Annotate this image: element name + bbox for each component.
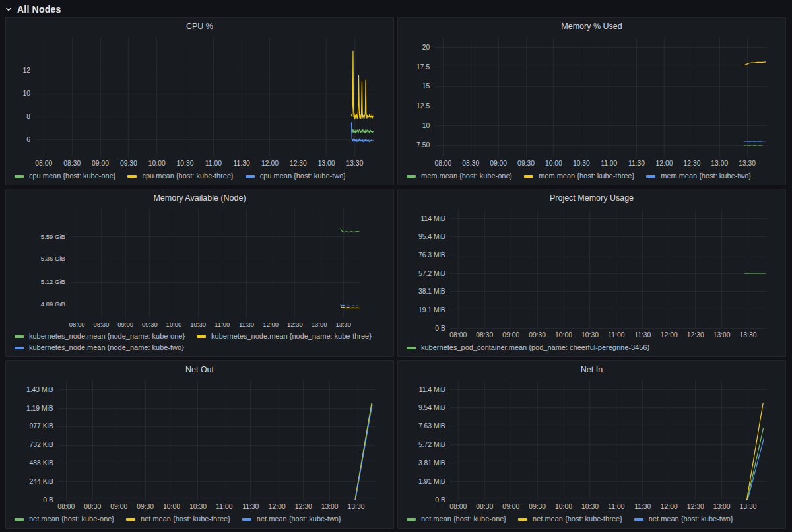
svg-text:12:00: 12:00 bbox=[656, 160, 673, 167]
svg-text:09:00: 09:00 bbox=[92, 160, 109, 167]
legend-item[interactable]: net.mean {host: kube-one} bbox=[15, 515, 114, 523]
svg-text:12:30: 12:30 bbox=[684, 160, 701, 167]
time-series-chart[interactable]: 0 B244 KiB488 KiB732 KiB977 KiB1.19 MiB1… bbox=[6, 376, 393, 514]
time-series-chart[interactable]: 68101208:0008:3009:0009:3010:0010:3011:0… bbox=[6, 32, 393, 170]
legend-item[interactable]: cpu.mean {host: kube-one} bbox=[15, 172, 116, 180]
svg-text:08:00: 08:00 bbox=[35, 160, 52, 167]
svg-text:10:00: 10:00 bbox=[545, 160, 562, 167]
legend-item[interactable]: net.mean {host: kube-one} bbox=[407, 515, 506, 523]
row-title: All Nodes bbox=[17, 4, 61, 15]
legend-item[interactable]: mem.mean {host: kube-three} bbox=[524, 172, 634, 180]
time-series-chart[interactable]: 0 B19.1 MiB38.1 MiB57.2 MiB76.3 MiB95.4 … bbox=[398, 204, 785, 342]
svg-text:1.91 MiB: 1.91 MiB bbox=[418, 478, 446, 485]
svg-text:13:00: 13:00 bbox=[711, 160, 728, 167]
legend-label: kubernetes_node.mean {node_name: kube-th… bbox=[211, 332, 372, 341]
svg-text:10:00: 10:00 bbox=[148, 160, 166, 167]
series-color-swatch bbox=[518, 518, 527, 521]
chart-area: 0 B244 KiB488 KiB732 KiB977 KiB1.19 MiB1… bbox=[6, 376, 393, 514]
svg-text:12: 12 bbox=[22, 67, 30, 74]
panel-cpu-pct: CPU % 68101208:0008:3009:0009:3010:0010:… bbox=[5, 17, 394, 185]
svg-text:12:30: 12:30 bbox=[687, 331, 704, 339]
svg-text:08:00: 08:00 bbox=[449, 503, 467, 510]
svg-text:10:30: 10:30 bbox=[573, 160, 590, 167]
svg-text:13:30: 13:30 bbox=[335, 321, 351, 328]
legend-item[interactable]: kubernetes_pod_container.mean {pod_name:… bbox=[407, 343, 649, 352]
svg-text:11:00: 11:00 bbox=[216, 503, 232, 510]
svg-text:6: 6 bbox=[26, 136, 30, 143]
legend-item[interactable]: mem.mean {host: kube-one} bbox=[407, 172, 512, 180]
legend-label: mem.mean {host: kube-two} bbox=[661, 172, 751, 180]
svg-text:11:30: 11:30 bbox=[634, 503, 651, 510]
svg-text:11:00: 11:00 bbox=[608, 503, 624, 510]
series-color-swatch bbox=[15, 175, 24, 178]
time-series-chart[interactable]: 0 B1.91 MiB3.81 MiB5.72 MiB7.63 MiB9.54 … bbox=[398, 376, 785, 514]
legend-label: net.mean {host: kube-three} bbox=[141, 515, 230, 523]
time-series-chart[interactable]: 4.89 GiB5.12 GiB5.36 GiB5.59 GiB08:0008:… bbox=[6, 204, 393, 331]
svg-text:13:00: 13:00 bbox=[318, 160, 335, 167]
svg-text:7.50: 7.50 bbox=[416, 141, 430, 149]
svg-text:10: 10 bbox=[422, 122, 430, 129]
svg-text:12:00: 12:00 bbox=[661, 503, 678, 510]
legend-item[interactable]: net.mean {host: kube-three} bbox=[126, 515, 230, 523]
series-color-swatch bbox=[524, 175, 533, 178]
svg-text:10:30: 10:30 bbox=[190, 321, 206, 328]
svg-text:11:00: 11:00 bbox=[608, 331, 624, 339]
svg-text:13:00: 13:00 bbox=[312, 321, 327, 328]
svg-text:09:00: 09:00 bbox=[110, 503, 127, 510]
svg-text:0 B: 0 B bbox=[435, 496, 446, 504]
panel-memory-available-node: Memory Available (Node) 4.89 GiB5.12 GiB… bbox=[5, 189, 394, 357]
svg-text:10:00: 10:00 bbox=[166, 321, 182, 328]
panel-title[interactable]: Net Out bbox=[6, 361, 393, 376]
svg-text:9.54 MiB: 9.54 MiB bbox=[418, 404, 446, 411]
legend-label: cpu.mean {host: kube-three} bbox=[142, 172, 233, 180]
svg-text:5.36 GiB: 5.36 GiB bbox=[41, 255, 65, 262]
svg-text:12:30: 12:30 bbox=[295, 503, 312, 510]
panel-title[interactable]: Memory Available (Node) bbox=[6, 189, 393, 204]
series-color-swatch bbox=[634, 518, 644, 521]
svg-text:08:00: 08:00 bbox=[69, 321, 85, 328]
legend-item[interactable]: net.mean {host: kube-two} bbox=[242, 515, 341, 523]
svg-text:19.1 MiB: 19.1 MiB bbox=[418, 306, 446, 314]
chart-area: 68101208:0008:3009:0009:3010:0010:3011:0… bbox=[6, 32, 393, 170]
svg-text:11:30: 11:30 bbox=[242, 503, 259, 510]
dashboard-row-header[interactable]: All Nodes bbox=[0, 0, 792, 17]
legend-item[interactable]: net.mean {host: kube-three} bbox=[518, 515, 622, 523]
svg-text:15: 15 bbox=[422, 83, 430, 90]
svg-text:11:30: 11:30 bbox=[634, 331, 651, 339]
svg-text:13:30: 13:30 bbox=[348, 503, 365, 510]
svg-text:76.3 MiB: 76.3 MiB bbox=[418, 251, 446, 259]
panel-title[interactable]: CPU % bbox=[6, 18, 393, 32]
svg-text:11:00: 11:00 bbox=[601, 160, 617, 167]
legend-item[interactable]: cpu.mean {host: kube-two} bbox=[246, 172, 346, 180]
legend-item[interactable]: kubernetes_node.mean {node_name: kube-tw… bbox=[15, 343, 184, 352]
svg-text:13:30: 13:30 bbox=[346, 160, 364, 167]
svg-text:11:30: 11:30 bbox=[628, 160, 645, 167]
legend-item[interactable]: cpu.mean {host: kube-three} bbox=[127, 172, 233, 180]
svg-text:5.12 GiB: 5.12 GiB bbox=[41, 278, 65, 285]
chart-area: 4.89 GiB5.12 GiB5.36 GiB5.59 GiB08:0008:… bbox=[6, 204, 393, 331]
svg-text:10:30: 10:30 bbox=[581, 503, 599, 510]
svg-text:5.59 GiB: 5.59 GiB bbox=[41, 233, 65, 240]
legend: net.mean {host: kube-one}net.mean {host:… bbox=[6, 514, 393, 528]
panel-title[interactable]: Project Memory Usage bbox=[398, 189, 785, 204]
svg-text:09:00: 09:00 bbox=[502, 503, 519, 510]
legend-item[interactable]: kubernetes_node.mean {node_name: kube-th… bbox=[197, 332, 372, 341]
legend-item[interactable]: mem.mean {host: kube-two} bbox=[646, 172, 751, 180]
svg-text:13:00: 13:00 bbox=[713, 503, 731, 510]
panel-title[interactable]: Memory % Used bbox=[398, 18, 785, 32]
legend-label: cpu.mean {host: kube-one} bbox=[29, 172, 116, 180]
legend-item[interactable]: kubernetes_node.mean {node_name: kube-on… bbox=[15, 332, 185, 341]
legend: cpu.mean {host: kube-one}cpu.mean {host:… bbox=[6, 170, 393, 185]
svg-text:11:00: 11:00 bbox=[214, 321, 230, 328]
svg-text:12:30: 12:30 bbox=[287, 321, 303, 328]
legend-label: net.mean {host: kube-one} bbox=[421, 515, 506, 523]
svg-text:114 MiB: 114 MiB bbox=[421, 215, 446, 222]
legend-label: mem.mean {host: kube-three} bbox=[539, 172, 634, 180]
legend-item[interactable]: net.mean {host: kube-two} bbox=[634, 515, 733, 523]
time-series-chart[interactable]: 7.501012.51517.52008:0008:3009:0009:3010… bbox=[398, 32, 785, 170]
svg-text:7.63 MiB: 7.63 MiB bbox=[418, 422, 446, 430]
svg-text:09:00: 09:00 bbox=[502, 331, 519, 339]
panel-title[interactable]: Net In bbox=[398, 361, 785, 376]
legend: mem.mean {host: kube-one}mem.mean {host:… bbox=[398, 170, 785, 185]
svg-text:13:30: 13:30 bbox=[740, 503, 757, 510]
